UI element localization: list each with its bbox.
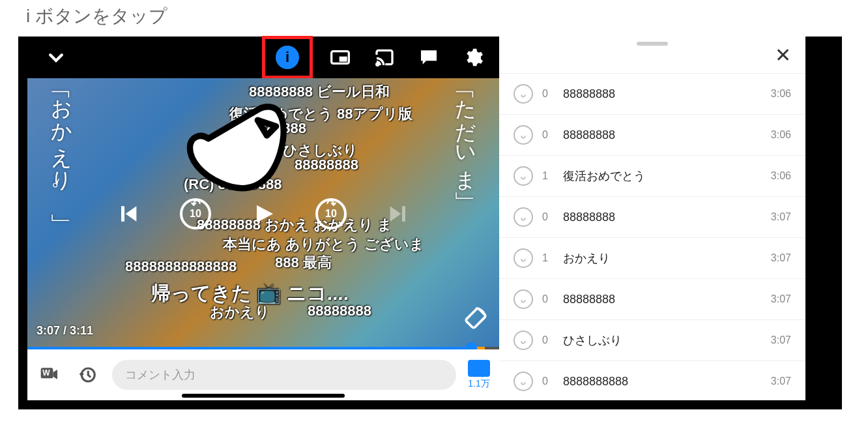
panel-header: ✕ xyxy=(499,37,805,73)
info-icon: i xyxy=(276,46,299,69)
nicoru-count: 0 xyxy=(542,334,554,346)
comment-list[interactable]: ᴗ0888888883:06ᴗ0888888883:06ᴗ1復活おめでとう3:0… xyxy=(499,73,805,400)
seek-thumb[interactable] xyxy=(465,342,477,349)
nicoru-count: 1 xyxy=(542,170,554,182)
stamp-button[interactable]: W xyxy=(36,362,63,388)
nicoru-icon[interactable]: ᴗ xyxy=(514,331,533,350)
prev-track-button[interactable] xyxy=(115,201,141,227)
video-caption-left: 「おかえり。」 xyxy=(47,85,76,201)
comment-row[interactable]: ᴗ0888888883:06 xyxy=(499,114,805,155)
seek-bar[interactable] xyxy=(27,347,499,349)
seek-buffer xyxy=(476,347,485,349)
forward-arrow-icon: ↷ xyxy=(326,197,336,211)
time-display: 3:07 / 3:11 xyxy=(36,324,93,338)
comment-list-panel: ✕ ᴗ0888888883:06ᴗ0888888883:06ᴗ1復活おめでとう3… xyxy=(499,37,805,400)
nicoru-count: 0 xyxy=(542,211,554,223)
comment-row[interactable]: ᴗ1復活おめでとう3:06 xyxy=(499,155,805,196)
current-time: 3:07 xyxy=(36,324,60,337)
info-button[interactable]: i xyxy=(274,44,300,70)
comment-row[interactable]: ᴗ088888888883:07 xyxy=(499,361,805,400)
comment-row[interactable]: ᴗ1おかえり3:07 xyxy=(499,237,805,278)
nicoru-count: 0 xyxy=(542,129,554,141)
nicoru-count: 0 xyxy=(542,293,554,305)
comment-text: おかえり xyxy=(563,250,762,266)
tutorial-hand-icon xyxy=(184,102,295,193)
transport-controls: ↶ 10 ↷ 10 xyxy=(27,198,499,229)
comment-row[interactable]: ᴗ0ひさしぶり3:07 xyxy=(499,319,805,361)
duration: 3:11 xyxy=(70,324,93,337)
comment-input[interactable]: コメント入力 xyxy=(112,360,456,390)
comment-text: 88888888 xyxy=(563,211,762,224)
close-button[interactable]: ✕ xyxy=(775,44,791,66)
video-pane: i 「おかえり。」 「ただいま」 88888888 ビール日和復活おめでとう 8… xyxy=(27,37,499,400)
nicoru-icon[interactable]: ᴗ xyxy=(514,289,533,309)
video-caption-right: 「ただいま」 xyxy=(450,85,480,179)
page-instruction: i ボタンをタップ xyxy=(0,0,868,37)
comment-time: 3:07 xyxy=(771,334,791,346)
collapse-button[interactable] xyxy=(43,44,69,70)
comment-text: 復活おめでとう xyxy=(563,168,762,184)
comment-row[interactable]: ᴗ0888888883:06 xyxy=(499,73,805,114)
nicoru-icon[interactable]: ᴗ xyxy=(514,372,533,391)
comment-toggle-button[interactable] xyxy=(416,44,442,70)
nicoru-icon[interactable]: ᴗ xyxy=(514,166,533,186)
history-button[interactable] xyxy=(74,362,100,388)
comment-placeholder: コメント入力 xyxy=(125,367,195,383)
drag-handle[interactable] xyxy=(637,42,668,46)
comment-bubble-icon xyxy=(468,360,490,377)
comment-time: 3:06 xyxy=(771,129,791,141)
settings-button[interactable] xyxy=(460,44,486,70)
nicoru-icon[interactable]: ᴗ xyxy=(514,207,533,227)
nicoru-icon[interactable]: ᴗ xyxy=(514,248,533,268)
rotate-button[interactable] xyxy=(464,306,487,332)
svg-point-2 xyxy=(377,63,379,65)
player-top-bar: i xyxy=(27,37,499,78)
pip-button[interactable] xyxy=(327,44,353,70)
nicoru-count: 0 xyxy=(542,376,554,387)
nicoru-icon[interactable]: ᴗ xyxy=(514,125,533,145)
comment-input-bar: W コメント入力 1.1万 xyxy=(27,349,499,400)
svg-rect-1 xyxy=(340,57,347,62)
comment-time: 3:07 xyxy=(771,211,791,223)
forward-10-button[interactable]: ↷ 10 xyxy=(315,198,347,229)
device-frame: i 「おかえり。」 「ただいま」 88888888 ビール日和復活おめでとう 8… xyxy=(18,37,842,409)
rewind-arrow-icon: ↶ xyxy=(191,197,201,211)
nicoru-icon[interactable]: ᴗ xyxy=(514,84,533,104)
comment-text: 88888888 xyxy=(563,87,762,101)
comment-time: 3:07 xyxy=(771,252,791,264)
info-button-highlight: i xyxy=(262,36,313,79)
comment-row[interactable]: ᴗ0888888883:07 xyxy=(499,196,805,237)
nicoru-count: 1 xyxy=(542,252,554,264)
comment-time: 3:06 xyxy=(771,170,791,182)
seek-fill xyxy=(27,347,471,349)
comment-text: ひさしぶり xyxy=(563,332,762,348)
nicoru-count: 0 xyxy=(542,88,554,100)
home-indicator xyxy=(182,394,345,398)
comment-text: 8888888888 xyxy=(563,375,762,389)
comment-time: 3:06 xyxy=(771,88,791,100)
rewind-10-button[interactable]: ↶ 10 xyxy=(180,198,211,229)
comment-text: 88888888 xyxy=(563,293,762,306)
cast-button[interactable] xyxy=(371,44,398,70)
comment-text: 88888888 xyxy=(563,128,762,142)
comment-time: 3:07 xyxy=(771,376,791,387)
comment-time: 3:07 xyxy=(771,293,791,305)
play-button[interactable] xyxy=(250,201,276,227)
next-track-button[interactable] xyxy=(386,201,412,227)
comment-row[interactable]: ᴗ0888888883:07 xyxy=(499,278,805,319)
comment-count-button[interactable]: 1.1万 xyxy=(468,360,490,390)
svg-text:W: W xyxy=(42,368,50,377)
time-sep: / xyxy=(63,324,70,337)
